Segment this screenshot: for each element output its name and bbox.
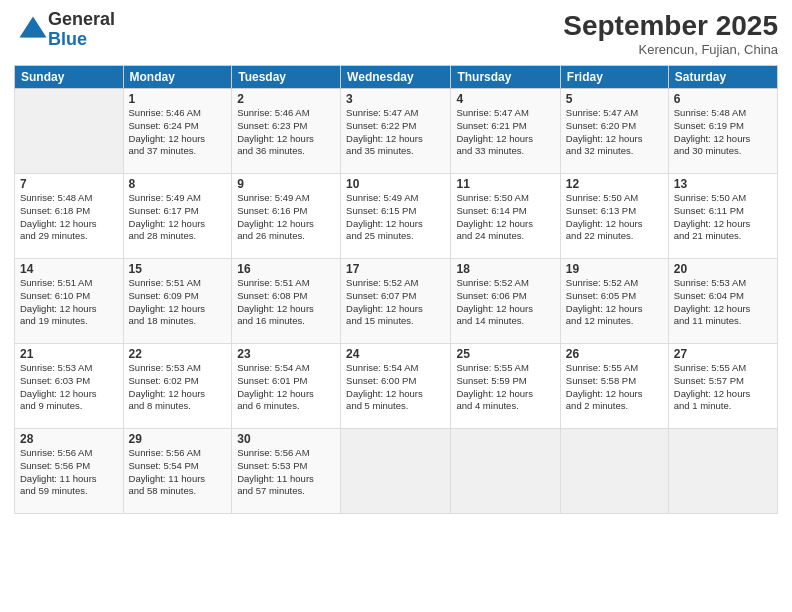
day-info: Sunrise: 5:52 AM Sunset: 6:07 PM Dayligh… [346,277,445,328]
day-info: Sunrise: 5:52 AM Sunset: 6:06 PM Dayligh… [456,277,554,328]
calendar-week-1: 1Sunrise: 5:46 AM Sunset: 6:24 PM Daylig… [15,89,778,174]
day-info: Sunrise: 5:55 AM Sunset: 5:59 PM Dayligh… [456,362,554,413]
day-info: Sunrise: 5:49 AM Sunset: 6:15 PM Dayligh… [346,192,445,243]
calendar-cell: 13Sunrise: 5:50 AM Sunset: 6:11 PM Dayli… [668,174,777,259]
calendar-cell [341,429,451,514]
calendar-cell: 11Sunrise: 5:50 AM Sunset: 6:14 PM Dayli… [451,174,560,259]
title-block: September 2025 Kerencun, Fujian, China [563,10,778,57]
calendar-header-wednesday: Wednesday [341,66,451,89]
day-number: 6 [674,92,772,106]
day-info: Sunrise: 5:50 AM Sunset: 6:13 PM Dayligh… [566,192,663,243]
day-info: Sunrise: 5:51 AM Sunset: 6:10 PM Dayligh… [20,277,118,328]
calendar-cell: 19Sunrise: 5:52 AM Sunset: 6:05 PM Dayli… [560,259,668,344]
day-info: Sunrise: 5:56 AM Sunset: 5:56 PM Dayligh… [20,447,118,498]
day-info: Sunrise: 5:55 AM Sunset: 5:57 PM Dayligh… [674,362,772,413]
calendar-cell: 2Sunrise: 5:46 AM Sunset: 6:23 PM Daylig… [232,89,341,174]
logo: General Blue [14,10,115,50]
calendar-cell: 7Sunrise: 5:48 AM Sunset: 6:18 PM Daylig… [15,174,124,259]
day-info: Sunrise: 5:50 AM Sunset: 6:14 PM Dayligh… [456,192,554,243]
calendar-cell: 14Sunrise: 5:51 AM Sunset: 6:10 PM Dayli… [15,259,124,344]
calendar-cell: 8Sunrise: 5:49 AM Sunset: 6:17 PM Daylig… [123,174,232,259]
calendar-week-4: 21Sunrise: 5:53 AM Sunset: 6:03 PM Dayli… [15,344,778,429]
day-number: 30 [237,432,335,446]
day-number: 9 [237,177,335,191]
day-info: Sunrise: 5:51 AM Sunset: 6:09 PM Dayligh… [129,277,227,328]
day-info: Sunrise: 5:47 AM Sunset: 6:20 PM Dayligh… [566,107,663,158]
day-number: 5 [566,92,663,106]
calendar-table: SundayMondayTuesdayWednesdayThursdayFrid… [14,65,778,514]
calendar-cell: 22Sunrise: 5:53 AM Sunset: 6:02 PM Dayli… [123,344,232,429]
day-number: 7 [20,177,118,191]
day-info: Sunrise: 5:49 AM Sunset: 6:17 PM Dayligh… [129,192,227,243]
month-title: September 2025 [563,10,778,42]
day-number: 2 [237,92,335,106]
day-info: Sunrise: 5:51 AM Sunset: 6:08 PM Dayligh… [237,277,335,328]
calendar-week-3: 14Sunrise: 5:51 AM Sunset: 6:10 PM Dayli… [15,259,778,344]
day-number: 21 [20,347,118,361]
calendar-cell [668,429,777,514]
calendar-cell: 29Sunrise: 5:56 AM Sunset: 5:54 PM Dayli… [123,429,232,514]
calendar-cell: 30Sunrise: 5:56 AM Sunset: 5:53 PM Dayli… [232,429,341,514]
day-info: Sunrise: 5:56 AM Sunset: 5:54 PM Dayligh… [129,447,227,498]
day-number: 22 [129,347,227,361]
calendar-cell: 10Sunrise: 5:49 AM Sunset: 6:15 PM Dayli… [341,174,451,259]
calendar-cell: 16Sunrise: 5:51 AM Sunset: 6:08 PM Dayli… [232,259,341,344]
calendar-cell: 21Sunrise: 5:53 AM Sunset: 6:03 PM Dayli… [15,344,124,429]
calendar-cell: 5Sunrise: 5:47 AM Sunset: 6:20 PM Daylig… [560,89,668,174]
calendar-cell: 20Sunrise: 5:53 AM Sunset: 6:04 PM Dayli… [668,259,777,344]
calendar-page: General Blue September 2025 Kerencun, Fu… [0,0,792,612]
day-number: 12 [566,177,663,191]
day-number: 26 [566,347,663,361]
calendar-week-2: 7Sunrise: 5:48 AM Sunset: 6:18 PM Daylig… [15,174,778,259]
day-info: Sunrise: 5:49 AM Sunset: 6:16 PM Dayligh… [237,192,335,243]
calendar-header-friday: Friday [560,66,668,89]
day-number: 27 [674,347,772,361]
day-info: Sunrise: 5:48 AM Sunset: 6:19 PM Dayligh… [674,107,772,158]
day-info: Sunrise: 5:55 AM Sunset: 5:58 PM Dayligh… [566,362,663,413]
day-number: 3 [346,92,445,106]
day-number: 23 [237,347,335,361]
day-info: Sunrise: 5:53 AM Sunset: 6:03 PM Dayligh… [20,362,118,413]
day-info: Sunrise: 5:50 AM Sunset: 6:11 PM Dayligh… [674,192,772,243]
calendar-header-saturday: Saturday [668,66,777,89]
day-number: 10 [346,177,445,191]
calendar-week-5: 28Sunrise: 5:56 AM Sunset: 5:56 PM Dayli… [15,429,778,514]
day-info: Sunrise: 5:46 AM Sunset: 6:24 PM Dayligh… [129,107,227,158]
calendar-cell: 28Sunrise: 5:56 AM Sunset: 5:56 PM Dayli… [15,429,124,514]
day-info: Sunrise: 5:52 AM Sunset: 6:05 PM Dayligh… [566,277,663,328]
calendar-header-sunday: Sunday [15,66,124,89]
day-number: 19 [566,262,663,276]
calendar-cell: 4Sunrise: 5:47 AM Sunset: 6:21 PM Daylig… [451,89,560,174]
day-number: 8 [129,177,227,191]
day-info: Sunrise: 5:47 AM Sunset: 6:21 PM Dayligh… [456,107,554,158]
day-info: Sunrise: 5:53 AM Sunset: 6:02 PM Dayligh… [129,362,227,413]
day-info: Sunrise: 5:54 AM Sunset: 6:01 PM Dayligh… [237,362,335,413]
calendar-cell: 24Sunrise: 5:54 AM Sunset: 6:00 PM Dayli… [341,344,451,429]
logo-icon [18,15,48,45]
day-info: Sunrise: 5:48 AM Sunset: 6:18 PM Dayligh… [20,192,118,243]
calendar-cell: 27Sunrise: 5:55 AM Sunset: 5:57 PM Dayli… [668,344,777,429]
day-info: Sunrise: 5:53 AM Sunset: 6:04 PM Dayligh… [674,277,772,328]
day-number: 13 [674,177,772,191]
calendar-cell: 26Sunrise: 5:55 AM Sunset: 5:58 PM Dayli… [560,344,668,429]
calendar-cell [560,429,668,514]
day-number: 18 [456,262,554,276]
day-number: 25 [456,347,554,361]
calendar-cell: 3Sunrise: 5:47 AM Sunset: 6:22 PM Daylig… [341,89,451,174]
location-subtitle: Kerencun, Fujian, China [563,42,778,57]
calendar-cell: 1Sunrise: 5:46 AM Sunset: 6:24 PM Daylig… [123,89,232,174]
day-number: 14 [20,262,118,276]
day-number: 29 [129,432,227,446]
calendar-header-row: SundayMondayTuesdayWednesdayThursdayFrid… [15,66,778,89]
calendar-cell: 18Sunrise: 5:52 AM Sunset: 6:06 PM Dayli… [451,259,560,344]
calendar-cell [451,429,560,514]
day-number: 24 [346,347,445,361]
calendar-body: 1Sunrise: 5:46 AM Sunset: 6:24 PM Daylig… [15,89,778,514]
logo-text: General Blue [48,10,115,50]
header: General Blue September 2025 Kerencun, Fu… [14,10,778,57]
day-number: 17 [346,262,445,276]
day-info: Sunrise: 5:54 AM Sunset: 6:00 PM Dayligh… [346,362,445,413]
day-number: 11 [456,177,554,191]
calendar-cell: 23Sunrise: 5:54 AM Sunset: 6:01 PM Dayli… [232,344,341,429]
day-number: 16 [237,262,335,276]
